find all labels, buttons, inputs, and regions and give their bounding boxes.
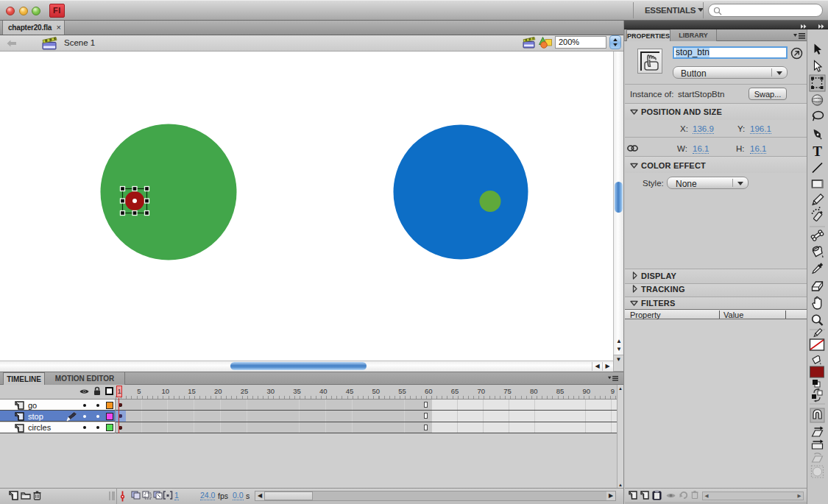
svg-text:T: T bbox=[813, 143, 822, 159]
